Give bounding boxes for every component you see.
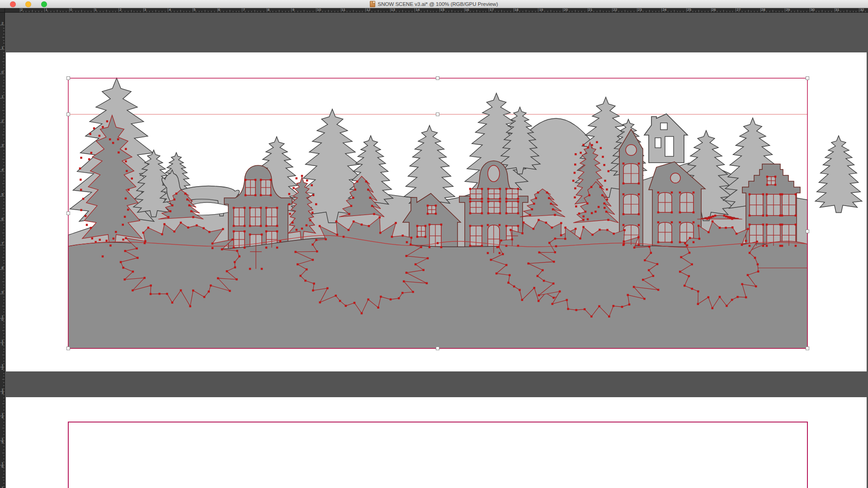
selection-handle[interactable] <box>67 347 70 350</box>
vertical-ruler[interactable]: 2101234567891011121314151617 <box>0 12 5 488</box>
selection-handle[interactable] <box>436 113 439 116</box>
selection-handle[interactable] <box>67 113 70 116</box>
selection-handle[interactable] <box>806 230 809 233</box>
ruler-corner[interactable] <box>0 8 5 13</box>
titlebar: SNOW SCENE v3.ai* @ 100% (RGB/GPU Previe… <box>0 0 868 8</box>
document-icon <box>370 1 375 7</box>
window-title: SNOW SCENE v3.ai* @ 100% (RGB/GPU Previe… <box>377 1 498 7</box>
white-house-door <box>665 136 674 156</box>
selection-handle[interactable] <box>436 77 439 80</box>
oval-attic-window <box>488 165 500 182</box>
selection-handle[interactable] <box>67 77 70 80</box>
round-gable-window <box>670 173 680 183</box>
white-house-window <box>655 138 661 148</box>
selection-handle[interactable] <box>806 347 809 350</box>
horizontal-ruler[interactable]: 2101234567891011121314151617181920212223… <box>5 8 868 13</box>
artboard-2[interactable] <box>6 397 867 488</box>
white-house-gable-window <box>660 123 667 130</box>
selection-handle[interactable] <box>806 77 809 80</box>
document-canvas[interactable] <box>0 0 868 488</box>
round-attic-window <box>626 145 637 155</box>
selection-handle[interactable] <box>67 212 70 215</box>
selection-handle[interactable] <box>436 347 439 350</box>
